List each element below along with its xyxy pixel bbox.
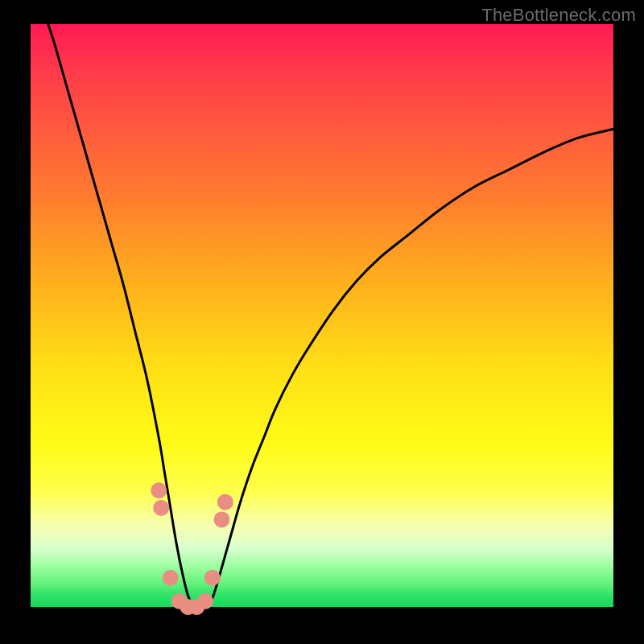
marker-dot xyxy=(163,570,179,586)
marker-dot xyxy=(204,570,221,586)
marker-dot xyxy=(151,482,167,498)
plot-area xyxy=(31,24,613,607)
marker-dot xyxy=(217,494,233,510)
chart-frame: TheBottleneck.com xyxy=(0,0,644,644)
bottleneck-curve xyxy=(48,24,613,608)
marker-dot xyxy=(213,511,229,527)
marker-dot xyxy=(197,593,213,609)
curve-layer xyxy=(31,24,613,607)
marker-dot xyxy=(153,500,169,516)
marker-group xyxy=(151,482,233,615)
watermark-text: TheBottleneck.com xyxy=(481,5,636,26)
